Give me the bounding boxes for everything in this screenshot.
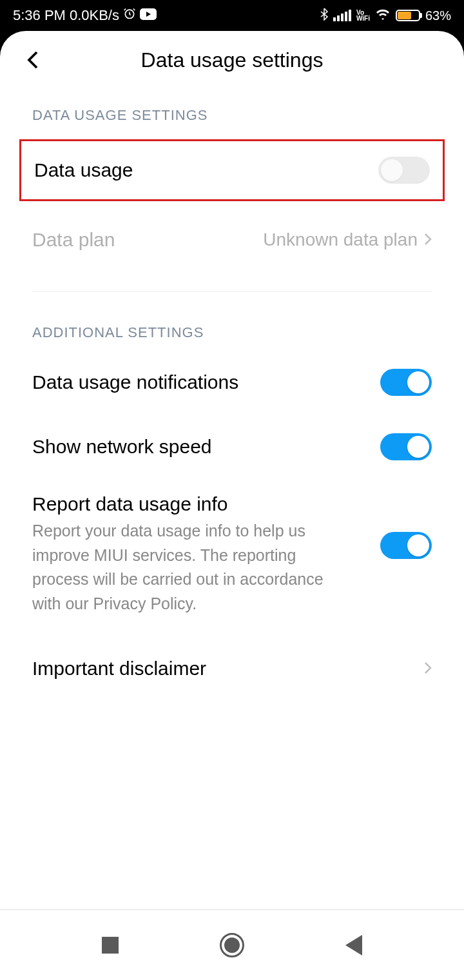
setting-label: Important disclaimer bbox=[32, 658, 206, 680]
status-right: VoWiFi 63% bbox=[320, 8, 451, 24]
chevron-right-icon bbox=[424, 659, 432, 679]
setting-report[interactable]: Report data usage info Report your data … bbox=[32, 485, 432, 623]
setting-notifications[interactable]: Data usage notifications bbox=[32, 357, 432, 408]
wifi-icon bbox=[375, 8, 391, 23]
back-button[interactable] bbox=[27, 50, 50, 70]
signal-icon bbox=[333, 10, 351, 21]
status-left: 5:36 PM 0.0KB/s bbox=[13, 7, 157, 24]
navigation-bar bbox=[0, 909, 464, 980]
setting-label: Show network speed bbox=[32, 436, 212, 458]
battery-icon bbox=[396, 10, 420, 21]
section-header-additional: ADDITIONAL SETTINGS bbox=[32, 324, 432, 341]
setting-label: Report data usage info bbox=[32, 493, 335, 515]
app-header: Data usage settings bbox=[0, 31, 464, 89]
toggle-notifications[interactable] bbox=[380, 369, 432, 396]
setting-data-usage[interactable]: Data usage bbox=[34, 141, 430, 199]
chevron-right-icon bbox=[424, 230, 432, 250]
status-netspeed: 0.0KB/s bbox=[70, 7, 119, 24]
setting-network-speed[interactable]: Show network speed bbox=[32, 421, 432, 473]
setting-label: Data usage notifications bbox=[32, 371, 238, 393]
nav-home-button[interactable] bbox=[220, 933, 244, 957]
setting-label: Data plan bbox=[32, 229, 115, 251]
alarm-icon bbox=[123, 7, 136, 24]
section-header-data-usage: DATA USAGE SETTINGS bbox=[32, 107, 432, 124]
setting-value: Unknown data plan bbox=[263, 230, 432, 250]
vowifi-icon: VoWiFi bbox=[356, 10, 370, 21]
highlight-data-usage: Data usage bbox=[19, 139, 445, 201]
setting-description: Report your data usage info to help us i… bbox=[32, 519, 335, 616]
toggle-network-speed[interactable] bbox=[380, 433, 432, 460]
bluetooth-icon bbox=[320, 8, 328, 24]
nav-recents-button[interactable] bbox=[102, 937, 119, 954]
setting-data-plan[interactable]: Data plan Unknown data plan bbox=[32, 214, 432, 266]
battery-percent: 63% bbox=[425, 8, 451, 23]
status-time: 5:36 PM bbox=[13, 7, 66, 24]
toggle-data-usage[interactable] bbox=[378, 157, 430, 184]
page-title: Data usage settings bbox=[50, 48, 414, 72]
setting-disclaimer[interactable]: Important disclaimer bbox=[32, 643, 432, 694]
app-screen: Data usage settings DATA USAGE SETTINGS … bbox=[0, 31, 464, 909]
status-bar: 5:36 PM 0.0KB/s VoWiFi 63% bbox=[0, 0, 464, 31]
toggle-report[interactable] bbox=[380, 532, 432, 559]
nav-back-button[interactable] bbox=[345, 935, 362, 956]
youtube-icon bbox=[140, 7, 157, 24]
setting-label: Data usage bbox=[34, 159, 133, 181]
divider bbox=[32, 291, 432, 292]
